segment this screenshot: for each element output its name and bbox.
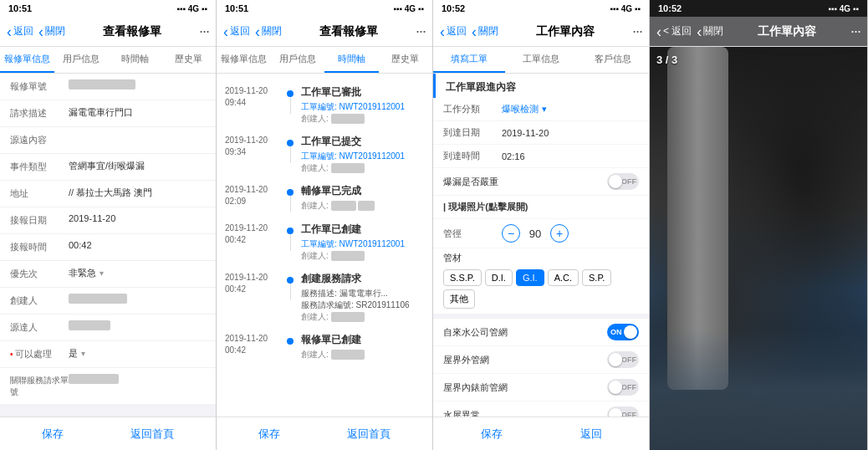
label-worktype: 工作分類	[443, 103, 502, 115]
label-related-num: 關聯服務請求單號	[10, 374, 69, 398]
more-button-3[interactable]: ···	[632, 23, 642, 40]
label-emergency: 爆漏是否嚴重	[443, 176, 607, 188]
more-button-4[interactable]: ···	[850, 23, 860, 40]
more-button-1[interactable]: ···	[199, 23, 209, 40]
tab2-timeline[interactable]: 時間軸	[324, 47, 379, 73]
wo-row-worktype: 工作分類 爆喉檢測 ▾	[433, 98, 649, 121]
photo-counter: 3 / 3	[656, 54, 677, 66]
back-button-2[interactable]: 返回	[223, 24, 250, 39]
timeline-date-4: 2019-11-2000:42	[225, 222, 279, 246]
timeline-dot-1	[287, 90, 294, 97]
timeline-item-3: 2019-11-2002:09 輔修單已完成 創建人:	[217, 179, 432, 217]
timeline-content-5: 創建服務請求 服務描述: 漏電電車行... 服務請求編號: SR20191110…	[301, 272, 424, 323]
field-address: 地址 // 慕拉士大馬路 澳門	[0, 181, 216, 207]
more-button-2[interactable]: ···	[416, 23, 426, 40]
timeline-dot-6	[287, 338, 294, 345]
toggle-public-pipe[interactable]: ON	[607, 324, 639, 340]
toggle-water-anomaly[interactable]: OFF	[607, 407, 639, 417]
page-title-4: 工作單內容	[723, 24, 850, 39]
tab-timeline[interactable]: 時間軸	[108, 47, 162, 73]
mat-ssp[interactable]: S.S.P.	[443, 269, 482, 286]
timeline-content-1: 工作單已審批 工單編號: NWT2019112001 創建人:	[301, 85, 424, 125]
value-worktype[interactable]: 爆喉檢測 ▾	[502, 103, 547, 115]
return-home-button-1[interactable]: 返回首頁	[130, 427, 174, 442]
tab-history[interactable]: 歷史單	[162, 47, 217, 73]
toggle-row-water-anomaly: 水屋異常 OFF	[433, 401, 649, 417]
tab3-workorder-info[interactable]: 工單信息	[505, 47, 577, 73]
tab-repair-info[interactable]: 報修單信息	[0, 47, 54, 73]
timeline-item-4: 2019-11-2000:42 工作單已創建 工單編號: NWT20191120…	[217, 217, 432, 267]
save-button-3[interactable]: 保存	[481, 427, 503, 442]
bottom-bar-3: 保存 返回	[433, 417, 649, 450]
pipe-value: 90	[525, 228, 545, 240]
wo-group-main: 工作單跟進內容 工作分類 爆喉檢測 ▾ 到達日期 2019-11-20 到達時間…	[433, 74, 649, 314]
label-assignee: 源達人	[10, 320, 69, 334]
close-button-1[interactable]: 關閉	[38, 24, 65, 39]
tab-bar-3: 填寫工單 工單信息 客戶信息	[433, 47, 649, 74]
pipe-decrement[interactable]: −	[502, 224, 520, 243]
return-home-button-2[interactable]: 返回首頁	[347, 427, 391, 442]
toggle-external-pipe[interactable]: OFF	[607, 351, 639, 368]
value-arrival-time: 02:16	[502, 151, 639, 161]
timeline-date-2: 2019-11-2009:34	[225, 135, 279, 158]
label-address: 地址	[10, 187, 69, 200]
return-button-3[interactable]: 返回	[580, 427, 602, 442]
mat-di[interactable]: D.I.	[485, 269, 513, 286]
toggle-emergency[interactable]: OFF	[607, 173, 639, 190]
mat-sp[interactable]: S.P.	[582, 269, 611, 286]
label-arrival-time: 到達時間	[443, 150, 502, 162]
label-description: 請求描述	[10, 106, 69, 120]
pipe-increment[interactable]: +	[550, 224, 569, 243]
back-button-4[interactable]: < 返回	[656, 24, 692, 39]
tab2-history[interactable]: 歷史單	[379, 47, 433, 73]
label-photo: | 現場照片(點擊展開)	[443, 201, 639, 213]
timeline-item-5: 2019-11-2000:42 創建服務請求 服務描述: 漏電電車行... 服務…	[217, 267, 432, 328]
chevron-worktype: ▾	[542, 104, 547, 115]
page-title-1: 查看報修單	[65, 24, 199, 39]
status-bar-2: 10:51 ▪▪▪ 4G ▪▪	[217, 0, 432, 17]
pipe-counter: − 90 +	[502, 224, 569, 243]
toggle-row-public-pipe: 自來水公司管網 ON	[433, 319, 649, 346]
signal-3: ▪▪▪ 4G ▪▪	[610, 4, 641, 13]
back-button-3[interactable]: 返回	[440, 24, 467, 39]
close-button-2[interactable]: 關閉	[255, 24, 282, 39]
timeline-dot-5	[287, 277, 294, 284]
timeline-author-3: 創建人:	[301, 200, 424, 212]
label-arrival-date: 到達日期	[443, 126, 502, 139]
tab-user-info[interactable]: 用戶信息	[54, 47, 109, 73]
tab3-fill[interactable]: 填寫工單	[433, 47, 505, 73]
field-related-num: 關聯服務請求單號	[0, 368, 216, 405]
field-priority: 優先次 非緊急 ▾	[0, 261, 216, 288]
save-button-1[interactable]: 保存	[42, 427, 64, 442]
close-button-4[interactable]: 關閉	[697, 24, 723, 39]
value-creator	[69, 294, 127, 304]
timeline-dot-4	[287, 228, 294, 234]
save-button-2[interactable]: 保存	[258, 427, 280, 442]
tab2-repair-info[interactable]: 報修單信息	[217, 47, 271, 73]
panel-photo: 10:52 ▪▪▪ 4G ▪▪ < 返回 關閉 工作單內容 ··· 3 / 3	[650, 0, 868, 450]
signal-1: ▪▪▪ 4G ▪▪	[176, 4, 207, 13]
value-processable[interactable]: 是 ▾	[69, 347, 206, 360]
value-order-num	[69, 79, 135, 89]
timeline-dot-3	[287, 189, 294, 196]
mat-ac[interactable]: A.C.	[548, 269, 579, 286]
value-address: // 慕拉士大馬路 澳門	[69, 187, 206, 199]
field-report-time: 接報時間 00:42	[0, 234, 216, 261]
tab-bar-2: 報修單信息 用戶信息 時間軸 歷史單	[217, 47, 432, 74]
value-priority[interactable]: 非緊急 ▾	[69, 267, 206, 279]
mat-other[interactable]: 其他	[443, 289, 475, 309]
timeline-author-5: 創建人:	[301, 311, 424, 323]
label-event-type: 事件類型	[10, 160, 69, 173]
field-order-num: 報修單號	[0, 74, 216, 100]
tab3-customer-info[interactable]: 客戶信息	[577, 47, 649, 73]
close-button-3[interactable]: 關閉	[472, 24, 498, 39]
timeline-desc1-5: 服務描述: 漏電電車行...	[301, 288, 424, 299]
back-button-1[interactable]: 返回	[7, 24, 33, 39]
wo-row-photo[interactable]: | 現場照片(點擊展開)	[433, 196, 649, 219]
timeline-date-1: 2019-11-2009:44	[225, 85, 279, 109]
photo-view[interactable]: 3 / 3	[650, 47, 867, 450]
signal-4: ▪▪▪ 4G ▪▪	[828, 4, 859, 13]
tab2-user-info[interactable]: 用戶信息	[271, 47, 325, 73]
toggle-internal-pipe[interactable]: OFF	[607, 379, 639, 396]
mat-gi[interactable]: G.I.	[516, 269, 544, 286]
